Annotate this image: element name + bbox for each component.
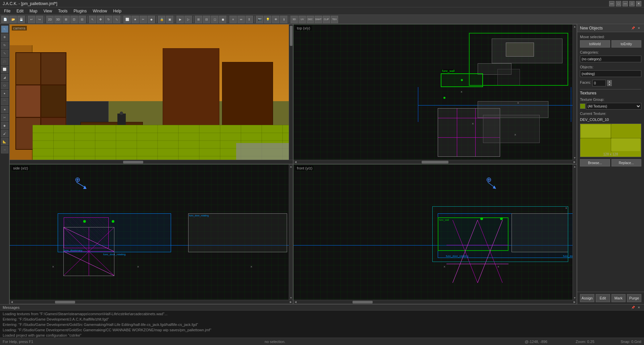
faces-input[interactable] xyxy=(592,80,606,86)
top-vscroll-up[interactable]: ▲ xyxy=(573,24,577,28)
tool-block[interactable]: ⬜ xyxy=(1,66,8,73)
replace-button[interactable]: Replace... xyxy=(611,159,642,166)
flip-v-button[interactable]: ⇕ xyxy=(246,16,253,23)
compile-button[interactable]: ▶ xyxy=(176,16,184,23)
tool-scale[interactable]: ⤡ xyxy=(1,50,8,57)
side-vscroll[interactable]: ▲ ▼ xyxy=(289,164,293,300)
panel-pin-icon[interactable]: 📌 xyxy=(631,26,635,30)
tool-path[interactable]: → xyxy=(1,146,8,153)
align-button[interactable]: ≡ xyxy=(229,16,237,23)
vertex-button[interactable]: ◆ xyxy=(148,16,155,23)
tool-rotate[interactable]: ↻ xyxy=(1,42,8,49)
menu-view[interactable]: View xyxy=(41,8,55,14)
front-vscroll[interactable]: ▲ ▼ xyxy=(573,164,577,300)
view-3d-button[interactable]: 3D xyxy=(54,16,62,23)
tool-clip[interactable]: ✂ xyxy=(1,114,8,121)
top-vscroll-down[interactable]: ▼ xyxy=(573,156,577,160)
side-hscroll-left[interactable]: ◀ xyxy=(10,300,14,304)
faces-down-button[interactable]: ▼ xyxy=(607,83,612,86)
show-button[interactable]: ◼ xyxy=(219,16,226,23)
tool-wedge[interactable]: ◢ xyxy=(1,74,8,81)
flip-h-button[interactable]: ⇔ xyxy=(237,16,245,23)
move-button[interactable]: ✥ xyxy=(97,16,104,23)
tool-paint[interactable]: 🖌 xyxy=(1,130,8,137)
group-button[interactable]: ⊞ xyxy=(195,16,202,23)
view-2d-button[interactable]: 2D xyxy=(46,16,54,23)
side-vscroll-up[interactable]: ▲ xyxy=(289,164,293,168)
rotate-button[interactable]: ↻ xyxy=(105,16,112,23)
snht-btn[interactable]: SNHT xyxy=(315,16,322,23)
clip-button[interactable]: ✂ xyxy=(140,16,147,23)
front-hscroll[interactable]: ◀ ▶ xyxy=(293,300,577,304)
menu-tools[interactable]: Tools xyxy=(55,8,70,14)
ungroup-button[interactable]: ⊟ xyxy=(203,16,210,23)
save-button[interactable]: 💾 xyxy=(17,16,25,23)
mark-button[interactable]: Mark xyxy=(611,294,626,302)
tool-vertex[interactable]: ◆ xyxy=(1,122,8,129)
block-button[interactable]: ⬜ xyxy=(123,16,131,23)
uv-btn[interactable]: UV xyxy=(299,16,306,23)
objects-input[interactable] xyxy=(580,70,641,77)
edit-button[interactable]: Edit xyxy=(596,294,610,302)
grid-toggle[interactable]: ⊞ xyxy=(62,16,70,23)
tool-cylinder[interactable]: ⬭ xyxy=(1,82,8,89)
3d-btn[interactable]: 3D xyxy=(290,16,298,23)
menu-window[interactable]: Window xyxy=(90,8,110,14)
menu-plugins[interactable]: Plugins xyxy=(71,8,89,14)
restore-button[interactable]: □ xyxy=(616,1,621,6)
vis-button[interactable]: 👁 xyxy=(272,16,279,23)
menu-file[interactable]: File xyxy=(1,8,13,14)
faces-up-button[interactable]: ▲ xyxy=(607,80,612,83)
tool-entity[interactable]: ★ xyxy=(1,106,8,113)
redo-button[interactable]: ↪ xyxy=(36,16,43,23)
viewport-camera[interactable]: camera xyxy=(9,24,293,164)
menu-edit[interactable]: Edit xyxy=(14,8,26,14)
clip-btn2[interactable]: CLIP xyxy=(323,16,330,23)
entity-button[interactable]: ★ xyxy=(131,16,139,23)
camera-hscroll[interactable] xyxy=(10,160,293,164)
purge-button[interactable]: Purge xyxy=(627,294,641,302)
maximize-button[interactable]: — xyxy=(623,1,628,6)
menu-map[interactable]: Map xyxy=(27,8,40,14)
assign-button[interactable]: Assign xyxy=(580,294,594,302)
viewport-front[interactable]: front (y/z) func_door_rotating func_door… xyxy=(293,164,577,304)
texture-face-button[interactable]: ▣ xyxy=(166,16,173,23)
camera-button[interactable]: 📷 xyxy=(256,16,263,23)
messages-pin-icon[interactable]: 📌 xyxy=(631,305,635,310)
side-hscroll-right[interactable]: ▶ xyxy=(289,300,293,304)
hide-button[interactable]: ◻ xyxy=(211,16,218,23)
to-entity-button[interactable]: toEntity xyxy=(611,40,642,48)
select-button[interactable]: ↖ xyxy=(89,16,96,23)
menu-help[interactable]: Help xyxy=(110,8,124,14)
to-world-button[interactable]: toWorld xyxy=(580,40,610,48)
light-button[interactable]: 💡 xyxy=(264,16,271,23)
panel-close-icon[interactable]: ✕ xyxy=(637,26,641,30)
front-vscroll-up[interactable]: ▲ xyxy=(573,164,577,168)
top-vscroll[interactable]: ▲ ▼ xyxy=(573,24,577,160)
texture-lock-button[interactable]: 🔒 xyxy=(158,16,165,23)
front-hscroll-left[interactable]: ◀ xyxy=(293,300,298,304)
camera-vscroll[interactable] xyxy=(289,24,293,160)
tool-camera[interactable]: 🎥 xyxy=(1,58,8,65)
scale-button[interactable]: ⤡ xyxy=(113,16,120,23)
messages-close-icon[interactable]: ✕ xyxy=(637,305,641,310)
top-hscroll-left[interactable]: ◀ xyxy=(293,160,298,164)
maximize2-button[interactable]: □ xyxy=(629,1,635,6)
info-button[interactable]: ℹ xyxy=(280,16,287,23)
viewport-side[interactable]: side (x/z) func_illusionary func_door_ro… xyxy=(9,164,293,304)
tool-select[interactable]: ↖ xyxy=(1,25,8,33)
tool-translate[interactable]: ✥ xyxy=(1,33,8,41)
tool-measure[interactable]: 📐 xyxy=(1,138,8,145)
open-button[interactable]: 📂 xyxy=(9,16,17,23)
side-hscroll[interactable]: ◀ ▶ xyxy=(10,300,293,304)
texture-group-select[interactable]: (All Textures) xyxy=(586,103,641,110)
minimize-button[interactable]: — xyxy=(609,1,614,6)
top-hscroll-right[interactable]: ▶ xyxy=(573,160,577,164)
tool-arch[interactable]: ⌒ xyxy=(1,98,8,105)
side-vscroll-down[interactable]: ▼ xyxy=(289,296,293,300)
snap-toggle[interactable]: ⊡ xyxy=(70,16,78,23)
front-vscroll-down[interactable]: ▼ xyxy=(573,296,577,300)
new-button[interactable]: 📄 xyxy=(1,16,9,23)
dec-btn[interactable]: DEC xyxy=(307,16,314,23)
categories-input[interactable] xyxy=(580,56,641,62)
